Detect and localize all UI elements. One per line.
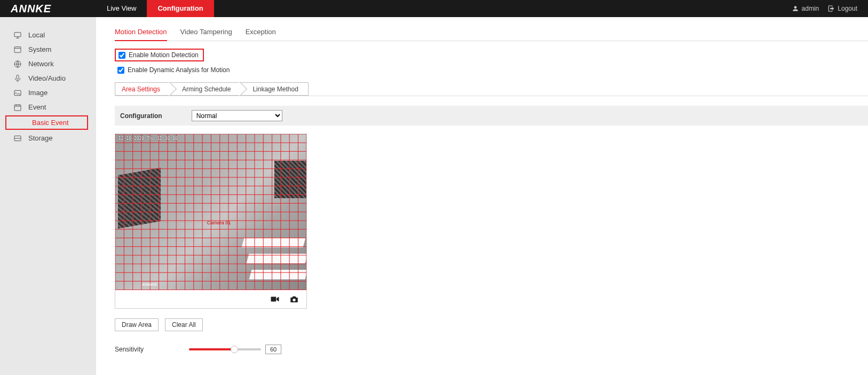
- sidebar-label-storage: Storage: [28, 134, 53, 142]
- enable-motion-label: Enable Motion Detection: [129, 51, 199, 59]
- user-name-label: admin: [802, 5, 819, 12]
- tab-motion-detection[interactable]: Motion Detection: [115, 28, 167, 41]
- sidebar: Local System Network Video/Audio Image E…: [0, 17, 96, 375]
- svg-rect-5: [14, 105, 21, 111]
- header-bar: ANNKE Live View Configuration admin Logo…: [0, 0, 868, 17]
- clear-all-button[interactable]: Clear All: [165, 318, 203, 331]
- content-area: Motion Detection Video Tampering Excepti…: [96, 17, 868, 375]
- top-nav: Live View Configuration: [96, 0, 214, 17]
- nav-configuration[interactable]: Configuration: [147, 0, 214, 17]
- tab-video-tampering[interactable]: Video Tampering: [180, 28, 232, 41]
- sidebar-label-event: Event: [28, 103, 46, 111]
- sidebar-item-event[interactable]: Event: [0, 100, 96, 114]
- storage-icon: [13, 134, 22, 143]
- monitor-icon: [13, 31, 22, 40]
- svg-rect-3: [17, 75, 19, 79]
- svg-rect-0: [14, 32, 21, 36]
- sidebar-label-network: Network: [28, 60, 54, 68]
- sidebar-item-video-audio[interactable]: Video/Audio: [0, 71, 96, 85]
- enable-dynamic-row: Enable Dynamic Analysis for Motion: [115, 63, 868, 77]
- motion-grid-overlay: [115, 134, 306, 290]
- sub-tabs: Area Settings Arming Schedule Linkage Me…: [115, 82, 868, 96]
- user-area: admin Logout: [792, 5, 868, 12]
- config-label: Configuration: [120, 112, 162, 120]
- sidebar-item-system[interactable]: System: [0, 42, 96, 57]
- sidebar-sub-basic-event[interactable]: Basic Event: [5, 115, 88, 130]
- tab-exception[interactable]: Exception: [246, 28, 276, 41]
- config-bar: Configuration Normal: [115, 106, 868, 126]
- osd-timestamp: 12-10-2020 Thu 11:30:00: [119, 136, 178, 141]
- sensitivity-label: Sensitivity: [115, 346, 144, 353]
- window-icon: [13, 45, 22, 54]
- draw-area-button[interactable]: Draw Area: [115, 318, 159, 331]
- sidebar-label-video-audio: Video/Audio: [28, 74, 66, 82]
- sidebar-item-local[interactable]: Local: [0, 28, 96, 42]
- video-preview[interactable]: 12-10-2020 Thu 11:30:00 Camera 01 ANNKE: [115, 134, 306, 290]
- logout-icon: [827, 5, 835, 12]
- sidebar-label-basic-event: Basic Event: [32, 119, 69, 127]
- sidebar-label-image: Image: [28, 89, 48, 97]
- nav-live-view[interactable]: Live View: [96, 0, 147, 17]
- mic-icon: [13, 74, 22, 83]
- video-toolbar: [115, 290, 306, 308]
- sidebar-label-local: Local: [28, 31, 45, 39]
- subtab-linkage-method[interactable]: Linkage Method: [240, 82, 308, 96]
- sensitivity-value[interactable]: 60: [265, 345, 281, 354]
- calendar-icon: [13, 103, 22, 112]
- sidebar-item-storage[interactable]: Storage: [0, 131, 96, 145]
- record-icon[interactable]: [270, 295, 280, 303]
- sensitivity-slider[interactable]: [189, 348, 261, 350]
- logout-label: Logout: [838, 5, 857, 12]
- event-tabs: Motion Detection Video Tampering Excepti…: [115, 28, 868, 41]
- logout-link[interactable]: Logout: [827, 5, 857, 12]
- video-preview-block: 12-10-2020 Thu 11:30:00 Camera 01 ANNKE: [115, 134, 307, 309]
- enable-motion-checkbox[interactable]: [119, 52, 125, 59]
- image-icon: [13, 89, 22, 97]
- subtab-area-settings[interactable]: Area Settings: [115, 82, 170, 96]
- brand-logo: ANNKE: [0, 3, 96, 15]
- sensitivity-row: Sensitivity 60: [115, 345, 868, 354]
- enable-motion-row: Enable Motion Detection: [115, 49, 204, 61]
- svg-point-50: [293, 299, 295, 301]
- enable-dynamic-checkbox[interactable]: [117, 67, 124, 74]
- enable-dynamic-label: Enable Dynamic Analysis for Motion: [128, 66, 230, 74]
- video-watermark: ANNKE: [142, 282, 157, 287]
- sidebar-item-image[interactable]: Image: [0, 85, 96, 100]
- svg-rect-1: [14, 46, 21, 52]
- config-select[interactable]: Normal: [192, 110, 282, 121]
- slider-thumb[interactable]: [231, 346, 238, 353]
- camera-icon[interactable]: [289, 295, 299, 303]
- sidebar-label-system: System: [28, 45, 51, 53]
- sidebar-item-network[interactable]: Network: [0, 57, 96, 71]
- camera-label: Camera 01: [207, 220, 231, 225]
- subtab-arming-schedule[interactable]: Arming Schedule: [170, 82, 240, 96]
- user-name[interactable]: admin: [792, 5, 819, 12]
- svg-rect-49: [271, 297, 277, 302]
- user-icon: [792, 5, 799, 12]
- globe-icon: [13, 60, 22, 68]
